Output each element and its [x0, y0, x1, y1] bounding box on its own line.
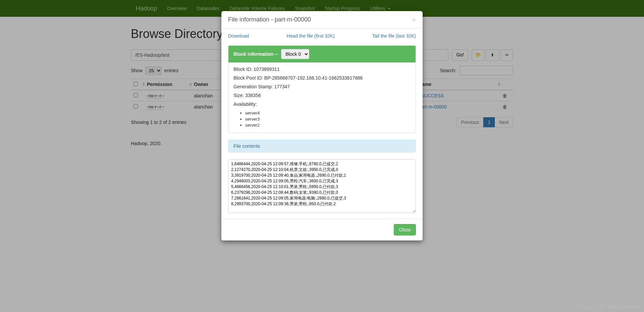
generation-stamp: Generation Stamp: 177347 [233, 84, 411, 89]
block-pool-id: Block Pool ID: BP-285668707-192.168.10.4… [233, 75, 411, 81]
server-item: server3 [245, 116, 411, 122]
block-id: Block ID: 1073899311 [233, 66, 411, 72]
modal-title: File information - part-m-00000 [228, 16, 311, 23]
head-file-link[interactable]: Head the file (first 32K) [287, 33, 335, 39]
block-select[interactable]: Block 0 [281, 49, 309, 59]
file-contents-panel: File contents [228, 140, 416, 146]
close-icon[interactable]: × [412, 16, 416, 23]
server-item: server2 [245, 122, 411, 128]
download-link[interactable]: Download [228, 33, 249, 39]
availability-label: Availability: [233, 101, 411, 107]
availability-list: server4 server3 server2 [245, 110, 411, 129]
block-info-label: Block information -- [233, 51, 278, 57]
file-info-modal: File information - part-m-00000 × Downlo… [221, 11, 423, 146]
block-info-panel: Block information -- Block 0 Block ID: 1… [228, 45, 416, 133]
server-item: server4 [245, 110, 411, 116]
file-contents-label: File contents [228, 140, 416, 146]
tail-file-link[interactable]: Tail the file (last 32K) [372, 33, 416, 39]
block-size: Size: 338356 [233, 93, 411, 98]
